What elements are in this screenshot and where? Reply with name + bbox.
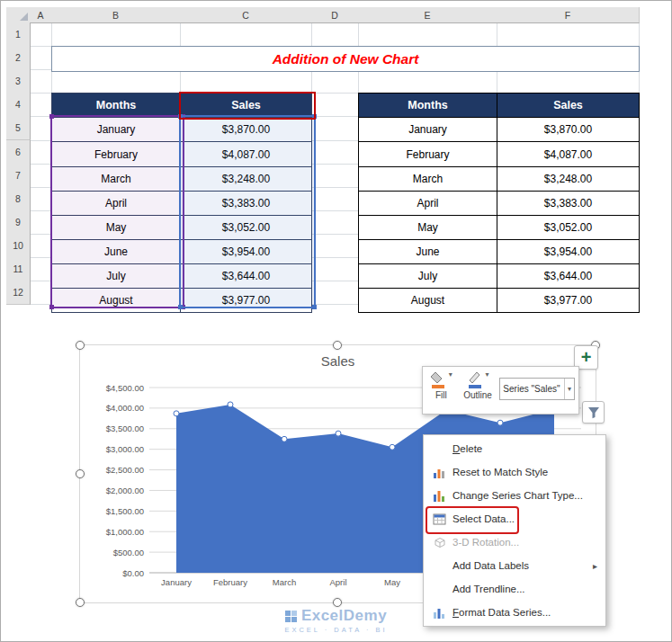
chart-element-selector[interactable]: Series "Sales" ▾ bbox=[499, 378, 575, 400]
months-header-cell[interactable]: Months bbox=[359, 94, 497, 118]
table-row: July$3,644.00 bbox=[359, 263, 640, 288]
table-row: January$3,870.00 bbox=[359, 118, 640, 142]
menu-item-delete[interactable]: Delete bbox=[424, 437, 605, 460]
outline-pen-icon bbox=[467, 370, 484, 389]
outline-button[interactable]: ▾ Outline bbox=[460, 367, 497, 414]
month-cell[interactable]: July bbox=[359, 263, 497, 288]
month-cell[interactable]: March bbox=[359, 166, 497, 191]
chart-resize-handle[interactable] bbox=[76, 341, 85, 350]
range-handle[interactable] bbox=[178, 305, 183, 309]
data-point-marker[interactable] bbox=[336, 431, 341, 436]
row-header-4[interactable]: 4 bbox=[6, 93, 31, 117]
table-row: April$3,383.00 bbox=[359, 191, 640, 215]
row-header-9[interactable]: 9 bbox=[6, 210, 31, 235]
values-range-highlight[interactable] bbox=[179, 115, 316, 308]
caret-down-icon: ▾ bbox=[564, 379, 571, 399]
range-handle[interactable] bbox=[49, 305, 54, 309]
data-point-marker[interactable] bbox=[390, 444, 395, 450]
y-axis-label[interactable]: $1,500.00 bbox=[106, 506, 144, 516]
row-header-5[interactable]: 5 bbox=[6, 116, 31, 140]
table-row: August$3,977.00 bbox=[359, 289, 640, 313]
sales-header-cell[interactable]: Sales bbox=[497, 94, 640, 118]
3d-rotation-icon bbox=[428, 536, 450, 549]
months-header-cell[interactable]: Months bbox=[52, 94, 181, 118]
month-cell[interactable]: April bbox=[359, 191, 497, 215]
fill-button[interactable]: ▾ Fill bbox=[423, 367, 460, 414]
chart-filters-button[interactable] bbox=[582, 401, 605, 424]
data-point-marker[interactable] bbox=[282, 436, 287, 441]
x-axis-label[interactable]: February bbox=[213, 577, 247, 587]
sales-cell[interactable]: $3,644.00 bbox=[497, 263, 640, 288]
row-header-7[interactable]: 7 bbox=[6, 164, 31, 188]
y-axis-label[interactable]: $2,000.00 bbox=[106, 486, 144, 495]
x-axis-label[interactable]: January bbox=[161, 577, 192, 587]
menu-item-format-data-series[interactable]: Format Data Series... bbox=[424, 601, 605, 624]
sales-cell[interactable]: $3,954.00 bbox=[497, 239, 640, 263]
x-axis-label[interactable]: May bbox=[384, 577, 400, 587]
sales-cell[interactable]: $3,870.00 bbox=[497, 118, 640, 142]
sales-cell[interactable]: $3,383.00 bbox=[497, 191, 640, 215]
row-header-11[interactable]: 11 bbox=[6, 257, 31, 281]
sales-cell[interactable]: $3,248.00 bbox=[497, 166, 640, 191]
data-point-marker[interactable] bbox=[174, 411, 179, 416]
watermark-brand: ExcelDemy bbox=[301, 607, 387, 625]
select-data-icon bbox=[428, 513, 450, 526]
sales-cell[interactable]: $3,052.00 bbox=[497, 215, 640, 239]
y-axis-label[interactable]: $3,500.00 bbox=[106, 424, 144, 433]
menu-item-reset-to-match-style[interactable]: Reset to Match Style bbox=[424, 460, 605, 484]
sales-cell[interactable]: $3,977.00 bbox=[497, 289, 640, 313]
chart-resize-handle[interactable] bbox=[333, 341, 342, 350]
column-header-E[interactable]: E bbox=[358, 7, 497, 23]
fill-button-label: Fill bbox=[435, 390, 447, 400]
data-point-marker[interactable] bbox=[497, 420, 503, 425]
column-header-F[interactable]: F bbox=[497, 7, 640, 23]
series-name-range-highlight[interactable] bbox=[179, 92, 316, 120]
month-cell[interactable]: February bbox=[359, 142, 497, 166]
row-header-3[interactable]: 3 bbox=[6, 69, 31, 94]
range-handle[interactable] bbox=[312, 305, 317, 309]
column-header-B[interactable]: B bbox=[51, 7, 181, 23]
menu-item-change-series-chart-type[interactable]: Change Series Chart Type... bbox=[424, 484, 605, 507]
submenu-arrow-icon: ▸ bbox=[593, 561, 597, 571]
menu-item-add-data-labels[interactable]: Add Data Labels ▸ bbox=[424, 554, 605, 577]
select-all-corner[interactable] bbox=[6, 7, 31, 23]
watermark-tagline: EXCEL · DATA · BI bbox=[284, 626, 387, 634]
range-handle[interactable] bbox=[49, 114, 54, 119]
row-header-12[interactable]: 12 bbox=[6, 281, 31, 305]
month-cell[interactable]: June bbox=[359, 239, 497, 263]
month-cell[interactable]: August bbox=[359, 289, 497, 313]
row-header-6[interactable]: 6 bbox=[6, 140, 31, 165]
y-axis-label[interactable]: $2,500.00 bbox=[106, 465, 144, 475]
y-axis-label[interactable]: $4,000.00 bbox=[106, 403, 144, 413]
category-range-highlight[interactable] bbox=[50, 115, 184, 308]
y-axis-label[interactable]: $1,000.00 bbox=[106, 527, 144, 537]
chart-resize-handle[interactable] bbox=[333, 598, 342, 607]
row-header-2[interactable]: 2 bbox=[6, 46, 31, 70]
y-axis-label[interactable]: $500.00 bbox=[113, 548, 144, 557]
sales-cell[interactable]: $4,087.00 bbox=[497, 142, 640, 166]
row-header-1[interactable]: 1 bbox=[6, 22, 31, 47]
table-row: February$4,087.00 bbox=[359, 142, 640, 166]
month-cell[interactable]: May bbox=[359, 215, 497, 239]
chart-element-selector-value: Series "Sales" bbox=[503, 384, 560, 394]
data-point-marker[interactable] bbox=[228, 402, 233, 407]
table-row: June$3,954.00 bbox=[359, 239, 640, 263]
menu-item-select-data[interactable]: Select Data... bbox=[424, 507, 605, 531]
worksheet-title-cell[interactable]: Addition of New Chart bbox=[51, 46, 640, 72]
column-header-A[interactable]: A bbox=[30, 7, 52, 23]
x-axis-label[interactable]: March bbox=[273, 577, 296, 587]
y-axis-label[interactable]: $3,000.00 bbox=[106, 444, 144, 454]
column-header-D[interactable]: D bbox=[311, 7, 359, 23]
y-axis-label[interactable]: $4,500.00 bbox=[106, 383, 144, 393]
plus-icon: + bbox=[581, 347, 592, 368]
outline-button-label: Outline bbox=[463, 390, 492, 400]
month-cell[interactable]: January bbox=[359, 118, 497, 142]
row-header-8[interactable]: 8 bbox=[6, 187, 31, 211]
column-header-C[interactable]: C bbox=[180, 7, 312, 23]
menu-item-add-trendline[interactable]: Add Trendline... bbox=[424, 577, 605, 601]
row-header-10[interactable]: 10 bbox=[6, 234, 31, 258]
chart-resize-handle[interactable] bbox=[76, 469, 85, 478]
y-axis-label[interactable]: $0.00 bbox=[122, 568, 144, 578]
chart-resize-handle[interactable] bbox=[76, 598, 85, 607]
x-axis-label[interactable]: April bbox=[329, 577, 346, 587]
